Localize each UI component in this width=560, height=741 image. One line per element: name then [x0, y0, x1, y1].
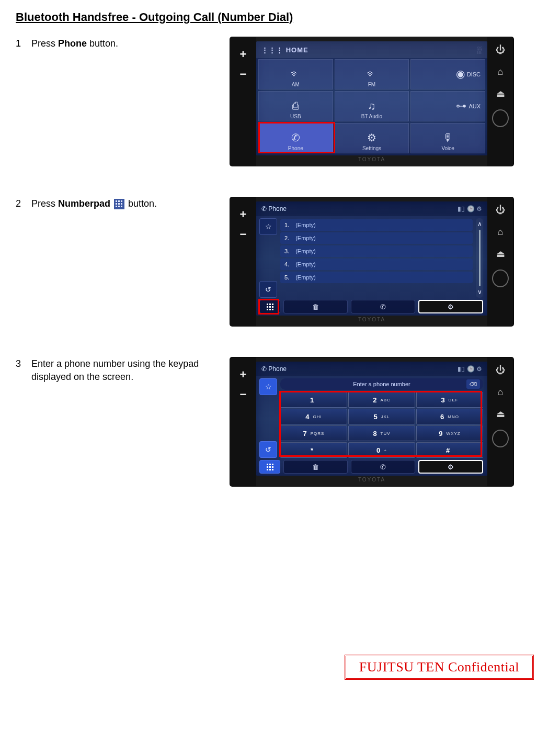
step-text-bold: Phone	[58, 38, 87, 49]
status-icons: ▮▯ 🕒 ⚙	[458, 365, 482, 373]
volume-knob[interactable]	[492, 109, 509, 127]
step-instruction: Press Numberpad button.	[31, 197, 230, 210]
volume-up-button[interactable]: +	[240, 368, 247, 381]
mic-icon: 🎙	[443, 132, 453, 144]
tile-voice[interactable]: 🎙 Voice	[410, 123, 485, 153]
scrollbar[interactable]: ∧ ∨	[476, 218, 483, 298]
list-item[interactable]: 3.(Empty)	[280, 245, 473, 257]
bezel-left: + −	[230, 37, 256, 166]
phone-icon: ✆	[380, 303, 386, 311]
confidential-stamp: FUJITSU TEN Confidential	[345, 655, 534, 680]
delete-tab[interactable]: 🗑	[283, 300, 348, 313]
eject-button[interactable]: ⏏	[494, 87, 507, 100]
backspace-icon: ⌫	[470, 381, 477, 387]
step-instruction: Enter a phone number using the keypad di…	[31, 357, 230, 384]
display-phone-list: ✆ Phone ▮▯ 🕒 ⚙ ☆ ↺ 1.(Empty) 2.(Empty) 3…	[256, 201, 487, 316]
svg-rect-7	[118, 206, 120, 207]
display-dialpad: ✆ Phone ▮▯ 🕒 ⚙ ☆ ↺ Enter a phone number …	[256, 362, 487, 476]
tile-aux[interactable]: ⊶ AUX	[410, 91, 485, 121]
volume-knob[interactable]	[492, 430, 509, 447]
list-item[interactable]: 4.(Empty)	[280, 259, 473, 270]
row-num: 5.	[284, 274, 289, 280]
volume-up-button[interactable]: +	[240, 208, 247, 221]
status-bar: ⋮⋮⋮ HOME ░	[256, 41, 487, 58]
svg-rect-20	[272, 464, 273, 465]
tile-usb[interactable]: ⎙ USB	[258, 91, 333, 121]
row-val: (Empty)	[295, 222, 316, 228]
trash-icon: 🗑	[312, 303, 319, 311]
tile-settings[interactable]: ⚙ Settings	[335, 123, 409, 153]
bezel-right: ⏻ ⌂ ⏏	[487, 37, 513, 166]
eject-button[interactable]: ⏏	[494, 408, 507, 420]
svg-rect-4	[118, 203, 120, 205]
svg-rect-18	[267, 464, 268, 465]
backspace-button[interactable]: ⌫	[466, 379, 480, 389]
head-unit-2: + − ⏻ ⌂ ⏏ ✆ Phone ▮▯ 🕒 ⚙ ☆ ↺ 1.(Empty) 2…	[230, 197, 513, 326]
tile-bt-audio[interactable]: ♫ BT Audio	[335, 91, 409, 121]
favorites-button[interactable]: ☆	[259, 378, 277, 395]
step-number: 1	[16, 38, 31, 49]
row-num: 1.	[284, 222, 289, 228]
gear-icon: ⚙	[448, 463, 454, 471]
status-clock: ░	[477, 46, 482, 54]
list-item[interactable]: 2.(Empty)	[280, 232, 473, 244]
list-item[interactable]: 1.(Empty)	[280, 219, 473, 231]
antenna-icon: ᯤ	[367, 68, 377, 80]
screen-title: Phone	[268, 365, 287, 373]
home-button[interactable]: ⌂	[494, 386, 507, 398]
call-tab[interactable]: ✆	[351, 300, 415, 313]
tile-label: AUX	[468, 103, 481, 109]
step-text-pre: Press	[31, 198, 58, 209]
trash-icon: 🗑	[312, 463, 319, 471]
gear-icon: ⚙	[367, 131, 376, 144]
bezel-right: ⏻ ⌂ ⏏	[487, 357, 513, 486]
volume-up-button[interactable]: +	[240, 48, 247, 61]
volume-down-button[interactable]: −	[240, 68, 247, 81]
call-tab[interactable]: ✆	[351, 460, 415, 474]
phone-icon: ✆	[261, 365, 267, 373]
power-button[interactable]: ⏻	[494, 364, 507, 376]
disc-icon: ◉	[456, 68, 465, 80]
tile-fm[interactable]: ᯤ FM	[335, 59, 409, 89]
tile-label: DISC	[467, 71, 481, 77]
dial-input[interactable]: Enter a phone number ⌫	[280, 378, 483, 390]
row-num: 4.	[284, 261, 289, 267]
favorites-list: 1.(Empty) 2.(Empty) 3.(Empty) 4.(Empty) …	[280, 218, 473, 298]
home-button[interactable]: ⌂	[494, 65, 507, 78]
volume-down-button[interactable]: −	[240, 228, 247, 241]
phone-icon: ✆	[380, 463, 386, 471]
volume-down-button[interactable]: −	[240, 388, 247, 401]
svg-rect-24	[267, 469, 268, 470]
row-val: (Empty)	[295, 274, 316, 280]
power-button[interactable]: ⏻	[494, 43, 507, 56]
step-text-bold: Numberpad	[58, 198, 110, 209]
favorites-button[interactable]: ☆	[259, 218, 277, 235]
step-3: 3 Enter a phone number using the keypad …	[16, 357, 544, 486]
list-item[interactable]: 5.(Empty)	[280, 272, 473, 283]
music-icon: ♫	[368, 100, 375, 112]
delete-tab[interactable]: 🗑	[283, 460, 348, 474]
svg-rect-2	[121, 200, 122, 202]
brand-badge: TOYOTA	[256, 156, 487, 165]
history-button[interactable]: ↺	[259, 281, 277, 298]
power-button[interactable]: ⏻	[494, 204, 507, 216]
status-bar: ✆ Phone ▮▯ 🕒 ⚙	[256, 362, 487, 376]
usb-icon: ⎙	[292, 100, 299, 112]
settings-tab[interactable]: ⚙	[418, 460, 483, 474]
bezel-left: + −	[230, 357, 256, 486]
callout-keypad	[279, 391, 482, 457]
home-button[interactable]: ⌂	[494, 226, 507, 238]
history-button[interactable]: ↺	[259, 441, 277, 458]
svg-rect-8	[121, 206, 122, 207]
screen-title: Phone	[268, 205, 287, 212]
settings-tab[interactable]: ⚙	[418, 300, 483, 313]
callout-numberpad-button	[258, 299, 279, 315]
tile-disc[interactable]: ◉ DISC	[410, 59, 485, 89]
gear-icon: ⚙	[448, 303, 454, 311]
step-text-post: button.	[128, 198, 157, 209]
numberpad-button[interactable]	[259, 460, 280, 474]
tile-am[interactable]: ᯤ AM	[258, 59, 333, 89]
eject-button[interactable]: ⏏	[494, 248, 507, 260]
volume-knob[interactable]	[492, 270, 509, 287]
step-text-post: button.	[87, 38, 118, 49]
